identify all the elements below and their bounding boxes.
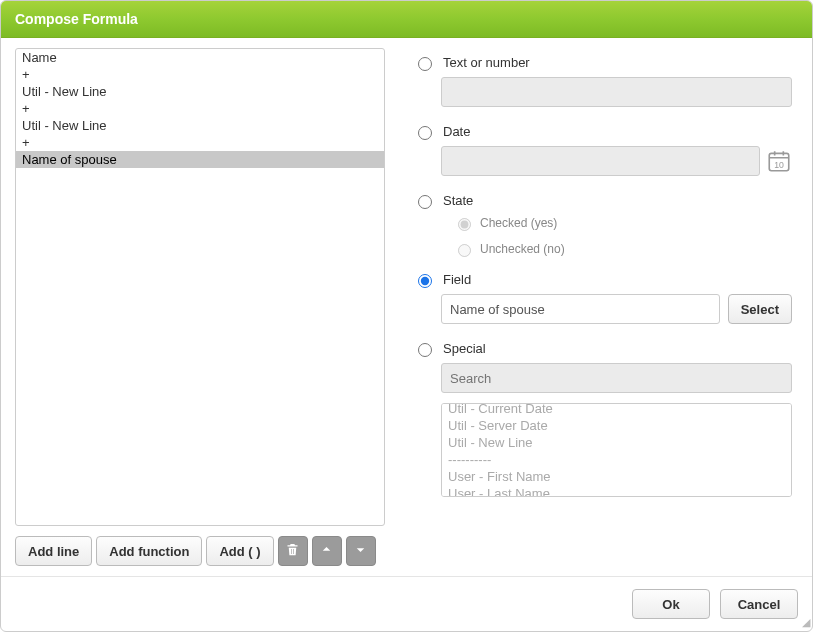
state-unchecked-label: Unchecked (no) [480, 242, 565, 256]
special-label: Special [443, 341, 486, 356]
text-or-number-input[interactable] [441, 77, 792, 107]
move-down-button[interactable] [346, 536, 376, 566]
field-label: Field [443, 272, 471, 287]
special-list-item[interactable]: Util - Server Date [442, 417, 791, 434]
text-or-number-radio[interactable] [418, 57, 432, 71]
dialog-title: Compose Formula [1, 1, 812, 38]
date-option[interactable]: Date [413, 123, 792, 140]
formula-list[interactable]: Name+Util - New Line+Util - New Line+Nam… [15, 48, 385, 526]
add-line-button[interactable]: Add line [15, 536, 92, 566]
special-option[interactable]: Special [413, 340, 792, 357]
formula-line[interactable]: Name [16, 49, 384, 66]
formula-pane: Name+Util - New Line+Util - New Line+Nam… [15, 48, 385, 566]
calendar-icon[interactable]: 10 [766, 147, 792, 175]
special-search-input[interactable] [441, 363, 792, 393]
formula-line[interactable]: Util - New Line [16, 83, 384, 100]
resize-grip-icon: ◢ [802, 616, 810, 629]
delete-button[interactable] [278, 536, 308, 566]
state-label: State [443, 193, 473, 208]
formula-line[interactable]: Name of spouse [16, 151, 384, 168]
formula-toolbar: Add line Add function Add ( ) [15, 536, 385, 566]
state-checked-row[interactable]: Checked (yes) [453, 215, 792, 231]
compose-formula-dialog: Compose Formula Name+Util - New Line+Uti… [0, 0, 813, 632]
state-checked-radio[interactable] [458, 218, 471, 231]
formula-line[interactable]: + [16, 66, 384, 83]
state-unchecked-row[interactable]: Unchecked (no) [453, 241, 792, 257]
special-list-item[interactable]: ---------- [442, 451, 791, 468]
add-function-button[interactable]: Add function [96, 536, 202, 566]
add-paren-button[interactable]: Add ( ) [206, 536, 273, 566]
special-radio[interactable] [418, 343, 432, 357]
state-checked-label: Checked (yes) [480, 216, 557, 230]
field-radio[interactable] [418, 274, 432, 288]
trash-icon [285, 542, 300, 560]
cancel-button[interactable]: Cancel [720, 589, 798, 619]
date-radio[interactable] [418, 126, 432, 140]
special-list-item[interactable]: Util - New Line [442, 434, 791, 451]
text-or-number-label: Text or number [443, 55, 530, 70]
date-label: Date [443, 124, 470, 139]
state-unchecked-radio[interactable] [458, 244, 471, 257]
formula-line[interactable]: + [16, 100, 384, 117]
formula-line[interactable]: Util - New Line [16, 117, 384, 134]
date-input[interactable] [441, 146, 760, 176]
select-field-button[interactable]: Select [728, 294, 792, 324]
special-list-item[interactable]: Util - Current Date [442, 403, 791, 417]
chevron-down-icon [353, 542, 368, 560]
special-list-item[interactable]: User - Last Name [442, 485, 791, 497]
chevron-up-icon [319, 542, 334, 560]
ok-button[interactable]: Ok [632, 589, 710, 619]
formula-line[interactable]: + [16, 134, 384, 151]
state-option[interactable]: State [413, 192, 792, 209]
field-option[interactable]: Field [413, 271, 792, 288]
special-list[interactable]: Util - Current DateUtil - Server DateUti… [441, 403, 792, 497]
dialog-footer: Ok Cancel ◢ [1, 576, 812, 631]
state-radio[interactable] [418, 195, 432, 209]
state-sub-options: Checked (yes) Unchecked (no) [453, 215, 792, 257]
special-list-item[interactable]: User - First Name [442, 468, 791, 485]
field-value-input[interactable] [441, 294, 720, 324]
expression-type-pane: Text or number Date 10 [413, 48, 798, 566]
text-or-number-option[interactable]: Text or number [413, 54, 792, 71]
svg-text:10: 10 [774, 160, 784, 170]
dialog-body: Name+Util - New Line+Util - New Line+Nam… [1, 38, 812, 576]
move-up-button[interactable] [312, 536, 342, 566]
